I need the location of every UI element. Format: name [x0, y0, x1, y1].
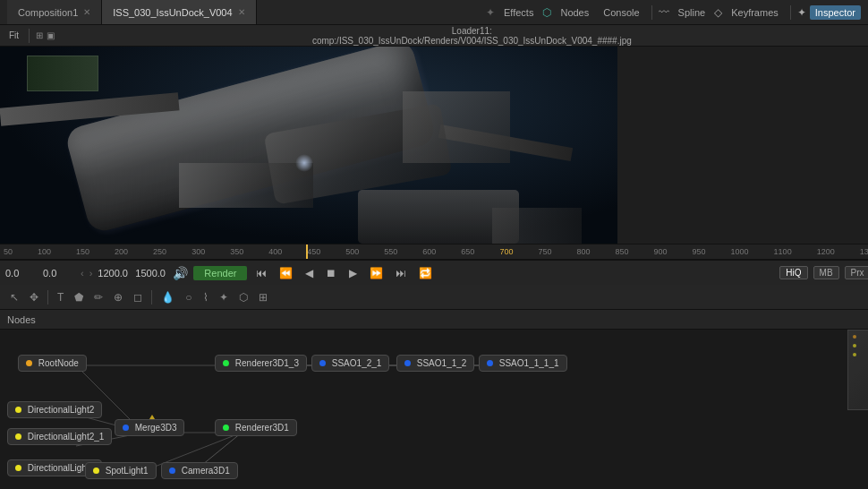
- tool-clone[interactable]: ⊕: [109, 289, 127, 305]
- frame-end[interactable]: 1200.0: [98, 268, 130, 279]
- render-button[interactable]: Render: [193, 266, 247, 280]
- nodes-button[interactable]: Nodes: [555, 5, 594, 20]
- node-dirlight2-1[interactable]: DirectionalLight2_1: [7, 428, 112, 445]
- ssao1-1-1-dot: [487, 360, 493, 366]
- mark-600: 600: [422, 247, 436, 256]
- volume-icon[interactable]: 🔊: [173, 266, 188, 280]
- ssao2-1-dot: [319, 360, 326, 366]
- mark-250: 250: [153, 247, 166, 256]
- frame-step[interactable]: 1500.0: [135, 268, 167, 279]
- tab-bar: Composition1 ✕ ISS_030_IssUnDock_V004 ✕ …: [0, 0, 868, 25]
- ssao1-2-label: SSAO1_1_2: [417, 358, 467, 368]
- node-dirlight2[interactable]: DirectionalLight2: [7, 401, 102, 418]
- tool-3d[interactable]: ⬡: [234, 289, 252, 305]
- mark-1100: 1100: [774, 247, 792, 256]
- console-button[interactable]: Console: [598, 5, 644, 20]
- tools-toolbar: ↖ ✥ T ⬟ ✏ ⊕ ◻ 💧 ○ ⌇ ✦ ⬡ ⊞ ⚙: [0, 285, 868, 310]
- tool-text[interactable]: T: [53, 289, 68, 305]
- mark-450: 450: [307, 247, 320, 256]
- loop[interactable]: 🔁: [415, 265, 436, 281]
- tab-issdock[interactable]: ISS_030_IssUnDock_V004 ✕: [102, 0, 256, 24]
- spline-button[interactable]: Spline: [673, 5, 711, 20]
- mark-550: 550: [384, 247, 397, 256]
- mark-750: 750: [538, 247, 551, 256]
- space-scene: [0, 47, 617, 244]
- mb-button[interactable]: MB: [813, 266, 839, 279]
- dirlight2-1-dot: [15, 433, 21, 440]
- arrow-right[interactable]: ›: [89, 268, 93, 279]
- node-camera3d1[interactable]: Camera3D1: [161, 462, 238, 479]
- mark-950: 950: [693, 247, 706, 256]
- module5: [492, 208, 582, 244]
- camera3d1-dot: [169, 468, 175, 474]
- mark-350: 350: [230, 247, 243, 256]
- stop[interactable]: ⏹: [322, 265, 340, 281]
- node-spotlight1[interactable]: SpotLight1: [85, 462, 157, 479]
- merge3d3-dot: [123, 425, 129, 431]
- node-merge3d3[interactable]: Merge3D3: [115, 419, 184, 436]
- tab-label: Composition1: [18, 7, 78, 18]
- mm-node3: [853, 353, 856, 356]
- effects-button[interactable]: Effects: [498, 5, 539, 20]
- node-ssao1-1-1[interactable]: SSAO1_1_1_1: [479, 355, 567, 372]
- time-current[interactable]: 0.0: [5, 268, 38, 279]
- rootnode-label: RootNode: [38, 358, 79, 368]
- hiq-button[interactable]: HiQ: [779, 266, 807, 279]
- step-back[interactable]: ⏪: [276, 265, 296, 281]
- tool-eyedrop[interactable]: 💧: [157, 289, 179, 305]
- tool-eraser[interactable]: ◻: [129, 289, 147, 305]
- tab-close-composition1[interactable]: ✕: [83, 7, 90, 17]
- play-back[interactable]: ◀: [302, 265, 317, 281]
- ssao1-1-1-label: SSAO1_1_1_1: [499, 358, 559, 368]
- timeline-ruler[interactable]: 50 100 150 200 250 300 350 400 450 500 5…: [0, 244, 868, 260]
- go-end[interactable]: ⏭: [392, 265, 410, 281]
- tool-warp[interactable]: ⌇: [199, 289, 213, 305]
- vsep1: [29, 29, 30, 43]
- tab-close-issdock[interactable]: ✕: [238, 7, 245, 17]
- tool-particles[interactable]: ✦: [215, 289, 233, 305]
- nodes-title: Nodes: [7, 314, 36, 325]
- dirlight2-dot: [15, 407, 21, 413]
- tool-select[interactable]: ↖: [5, 289, 23, 305]
- mark-1200: 1200: [817, 247, 835, 256]
- ssao1-2-dot: [404, 360, 411, 366]
- tool-fill[interactable]: ○: [181, 289, 196, 305]
- time-offset[interactable]: 0.0: [43, 268, 75, 279]
- arrow-left[interactable]: ‹: [81, 268, 84, 279]
- go-start[interactable]: ⏮: [252, 265, 270, 281]
- inspector-button[interactable]: Inspector: [810, 5, 861, 20]
- mark-500: 500: [345, 247, 359, 256]
- node-renderer3d3[interactable]: Renderer3D1_3: [215, 355, 307, 372]
- tab-composition1[interactable]: Composition1 ✕: [7, 0, 102, 24]
- play[interactable]: ▶: [345, 265, 361, 281]
- prx-button[interactable]: Prx: [845, 266, 868, 279]
- mark-850: 850: [615, 247, 628, 256]
- mark-1000: 1000: [731, 247, 749, 256]
- module4: [403, 91, 510, 163]
- nodes-canvas[interactable]: RootNode DirectionalLight2 DirectionalLi…: [0, 330, 868, 489]
- mark-700: 700: [499, 247, 513, 256]
- ruler-marks: 50 100 150 200 250 300 350 400 450 500 5…: [0, 244, 868, 259]
- light-flare: [295, 154, 313, 172]
- tool-paint[interactable]: ✏: [89, 289, 107, 305]
- mm-node1: [853, 335, 856, 339]
- viewer-path: Loader11: comp:/ISS_030_IssUnDock/Render…: [312, 26, 632, 46]
- node-renderer3d1[interactable]: Renderer3D1: [215, 419, 297, 436]
- roi-icon: ▣: [47, 30, 55, 40]
- toolbar-separator2: [790, 5, 791, 20]
- node-ssao1-2[interactable]: SSAO1_1_2: [396, 355, 474, 372]
- rootnode-dot: [26, 360, 32, 366]
- node-minimap: [847, 330, 868, 410]
- step-forward[interactable]: ⏩: [366, 265, 387, 281]
- tool-move[interactable]: ✥: [25, 289, 43, 305]
- keyframes-button[interactable]: Keyframes: [726, 5, 784, 20]
- toolbar-separator: [651, 5, 652, 20]
- tool-poly[interactable]: ⬟: [70, 289, 88, 305]
- node-ssao2-1[interactable]: SSAO1_2_1: [311, 355, 389, 372]
- camera3d1-label: Camera3D1: [182, 466, 230, 476]
- mark-900: 900: [654, 247, 668, 256]
- tool-nav[interactable]: ⊞: [254, 289, 272, 305]
- fit-button[interactable]: Fit: [5, 30, 22, 41]
- node-rootnode[interactable]: RootNode: [18, 355, 87, 372]
- mark-150: 150: [76, 247, 89, 256]
